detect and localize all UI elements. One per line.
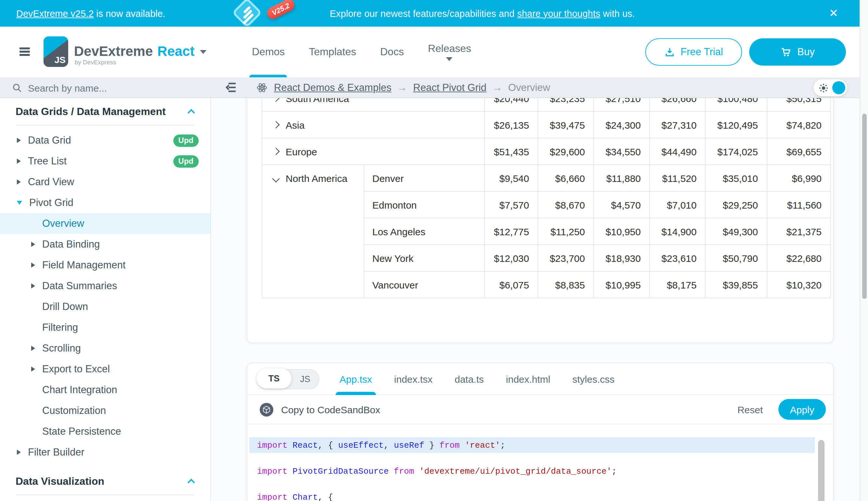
- section-data-grids[interactable]: Data Grids / Data Management: [0, 98, 210, 125]
- tab-data-ts[interactable]: data.ts: [454, 363, 484, 395]
- table-row-south-america: South America $20,440 $23,235 $27,510 $2…: [262, 98, 830, 111]
- cell-value: $18,930: [594, 245, 650, 271]
- apply-button[interactable]: Apply: [778, 399, 826, 420]
- cell-value: $8,670: [538, 191, 594, 218]
- cell-value: $29,250: [705, 191, 767, 218]
- upd-badge: Upd: [173, 155, 199, 167]
- sidebar-search[interactable]: [12, 77, 201, 98]
- tab-index-tsx[interactable]: index.tsx: [394, 363, 432, 395]
- lang-ts[interactable]: TS: [256, 369, 292, 388]
- table-row-asia: Asia $26,135 $39,475 $24,300 $27,310 $12…: [262, 111, 830, 138]
- nav-docs[interactable]: Docs: [380, 26, 404, 77]
- row-city[interactable]: Vancouver: [364, 271, 485, 298]
- code-scrollbar-thumb[interactable]: [818, 440, 824, 501]
- upd-badge: Upd: [173, 134, 199, 147]
- hamburger-menu-icon[interactable]: [20, 47, 30, 56]
- row-north-america[interactable]: North America: [262, 165, 364, 298]
- theme-toggle[interactable]: [813, 79, 847, 96]
- breadcrumb-demos-link[interactable]: React Demos & Examples: [274, 82, 392, 94]
- nav-releases[interactable]: Releases: [428, 26, 471, 77]
- code-editor[interactable]: import React, { useEffect, useRef } from…: [248, 424, 833, 501]
- triangle-right-icon: [31, 263, 35, 268]
- language-toggle[interactable]: TS JS: [256, 369, 319, 389]
- sidebar-item-scrolling[interactable]: Scrolling: [0, 338, 210, 359]
- cell-value: $11,520: [650, 165, 705, 191]
- code-line-3[interactable]: import Chart, {: [249, 489, 815, 501]
- cell-value: $12,030: [485, 245, 538, 271]
- expand-chevron-icon[interactable]: [272, 148, 280, 155]
- collapse-sidebar-icon[interactable]: [224, 82, 237, 93]
- brand-wordmark[interactable]: DevExtreme React: [74, 44, 206, 59]
- nav-demos[interactable]: Demos: [252, 26, 285, 77]
- share-thoughts-link[interactable]: share your thoughts: [517, 8, 600, 19]
- cell-value: $23,610: [650, 245, 705, 271]
- nav-templates[interactable]: Templates: [309, 26, 356, 77]
- sidebar-item-data-binding[interactable]: Data Binding: [0, 234, 210, 255]
- row-city[interactable]: New York: [364, 245, 485, 271]
- cell-value: $22,680: [767, 245, 830, 271]
- cell-value: $174,025: [705, 138, 767, 165]
- scrollbar-thumb[interactable]: [862, 114, 866, 299]
- theme-toggle-knob[interactable]: [832, 81, 845, 94]
- banner-message: Explore our newest features/capabilities…: [330, 0, 635, 26]
- breadcrumb-pivot-grid-link[interactable]: React Pivot Grid: [413, 82, 486, 94]
- codesandbox-icon[interactable]: [260, 403, 273, 416]
- reset-button[interactable]: Reset: [737, 404, 763, 415]
- tab-index-html[interactable]: index.html: [506, 363, 550, 395]
- cell-value: $10,995: [594, 271, 650, 298]
- lang-js[interactable]: JS: [292, 369, 319, 389]
- cell-value: $34,550: [594, 138, 650, 165]
- sidebar-item-tree-list[interactable]: Tree List Upd: [0, 151, 210, 172]
- sidebar-item-card-view[interactable]: Card View: [0, 172, 210, 192]
- code-line-1[interactable]: import React, { useEffect, useRef } from…: [249, 437, 815, 453]
- cell-value: $27,310: [650, 111, 705, 138]
- row-city[interactable]: Denver: [364, 165, 485, 191]
- page-scrollbar[interactable]: [859, 0, 868, 501]
- sidebar-item-drill-down[interactable]: Drill Down: [0, 296, 210, 317]
- sidebar-item-overview[interactable]: Overview: [0, 213, 210, 234]
- cell-value: $23,700: [538, 245, 594, 271]
- promo-banner: DevExtreme v25.2 is now available. V25.2…: [0, 0, 868, 26]
- sidebar-item-export-to-excel[interactable]: Export to Excel: [0, 359, 210, 380]
- section-data-visualization[interactable]: Data Visualization: [0, 468, 210, 494]
- sidebar-item-filter-builder[interactable]: Filter Builder: [0, 442, 210, 463]
- chevron-up-icon: [188, 479, 195, 486]
- sidebar-item-pivot-grid[interactable]: Pivot Grid: [0, 192, 210, 213]
- cell-value: $21,375: [767, 218, 830, 245]
- sidebar-item-customization[interactable]: Customization: [0, 400, 210, 421]
- expand-chevron-icon[interactable]: [272, 98, 280, 102]
- sidebar-item-filtering[interactable]: Filtering: [0, 317, 210, 338]
- app-header: JS DevExtreme React by DevExpress Demos …: [0, 26, 868, 77]
- search-input[interactable]: [28, 82, 184, 93]
- row-city[interactable]: Los Angeles: [364, 218, 485, 245]
- cell-value: $120,495: [705, 111, 767, 138]
- sidebar-item-field-management[interactable]: Field Management: [0, 255, 210, 276]
- cell-value: $29,600: [538, 138, 594, 165]
- byline: by DevExpress: [75, 58, 116, 66]
- triangle-right-icon: [31, 346, 35, 351]
- cell-value: $4,570: [594, 191, 650, 218]
- buy-button[interactable]: Buy: [749, 38, 846, 66]
- copy-to-codesandbox-button[interactable]: Copy to CodeSandBox: [281, 404, 380, 415]
- expand-chevron-icon[interactable]: [272, 121, 280, 129]
- cell-value: $69,655: [767, 138, 830, 165]
- free-trial-button[interactable]: Free Trial: [645, 38, 742, 66]
- devextreme-js-logo[interactable]: JS: [44, 36, 68, 67]
- triangle-right-icon: [17, 138, 21, 143]
- code-line-2[interactable]: import PivotGridDataSource from 'devextr…: [249, 463, 815, 479]
- platform-label: React: [157, 44, 195, 59]
- tab-app-tsx[interactable]: App.tsx: [340, 363, 372, 395]
- row-city[interactable]: Edmonton: [364, 191, 485, 218]
- sidebar-item-chart-integration[interactable]: Chart Integration: [0, 380, 210, 400]
- sidebar-item-data-summaries[interactable]: Data Summaries: [0, 276, 210, 296]
- cell-value: $50,790: [705, 245, 767, 271]
- cell-value: $10,950: [594, 218, 650, 245]
- sidebar-item-data-grid[interactable]: Data Grid Upd: [0, 130, 210, 151]
- banner-release-link[interactable]: DevExtreme v25.2: [16, 8, 94, 19]
- table-row-europe: Europe $51,435 $29,600 $34,550 $44,490 $…: [262, 138, 830, 165]
- close-icon[interactable]: ✕: [827, 0, 840, 26]
- sidebar-item-state-persistence[interactable]: State Persistence: [0, 421, 210, 442]
- collapse-chevron-icon[interactable]: [272, 175, 280, 182]
- platform-chevron-down-icon[interactable]: [200, 50, 206, 54]
- tab-styles-css[interactable]: styles.css: [572, 363, 615, 395]
